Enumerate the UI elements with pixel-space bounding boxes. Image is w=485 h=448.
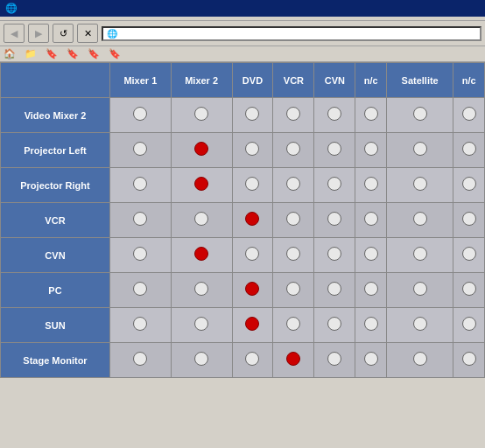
radio-3-0[interactable] (133, 212, 147, 226)
cell-3-4[interactable] (314, 203, 355, 238)
radio-3-6[interactable] (413, 212, 427, 226)
radio-6-0[interactable] (133, 317, 147, 331)
radio-6-2[interactable] (245, 317, 259, 331)
cell-1-2[interactable] (232, 133, 273, 168)
reload-button[interactable]: ↺ (53, 24, 74, 43)
stop-button[interactable]: ✕ (77, 24, 98, 43)
cell-3-7[interactable] (453, 203, 485, 238)
cell-2-0[interactable] (109, 168, 171, 203)
radio-2-6[interactable] (413, 177, 427, 191)
cell-2-6[interactable] (386, 168, 453, 203)
radio-5-1[interactable] (194, 282, 208, 296)
radio-0-6[interactable] (413, 107, 427, 121)
radio-6-1[interactable] (194, 317, 208, 331)
cell-7-1[interactable] (171, 343, 232, 378)
radio-5-0[interactable] (133, 282, 147, 296)
radio-2-2[interactable] (245, 177, 259, 191)
radio-5-6[interactable] (413, 282, 427, 296)
radio-4-2[interactable] (245, 247, 259, 261)
cell-1-1[interactable] (171, 133, 232, 168)
radio-2-5[interactable] (364, 177, 378, 191)
radio-6-6[interactable] (413, 317, 427, 331)
cell-0-2[interactable] (232, 98, 273, 133)
cell-1-5[interactable] (355, 133, 387, 168)
radio-2-7[interactable] (462, 177, 476, 191)
radio-0-5[interactable] (364, 107, 378, 121)
radio-1-3[interactable] (286, 142, 300, 156)
cell-2-3[interactable] (273, 168, 314, 203)
cell-2-1[interactable] (171, 168, 232, 203)
radio-2-3[interactable] (286, 177, 300, 191)
radio-1-0[interactable] (133, 142, 147, 156)
radio-6-7[interactable] (462, 317, 476, 331)
cell-5-2[interactable] (232, 273, 273, 308)
cell-2-5[interactable] (355, 168, 387, 203)
cell-0-4[interactable] (314, 98, 355, 133)
cell-7-2[interactable] (232, 343, 273, 378)
cell-5-6[interactable] (386, 273, 453, 308)
radio-7-3[interactable] (286, 352, 300, 366)
radio-0-3[interactable] (286, 107, 300, 121)
radio-1-1[interactable] (194, 142, 208, 156)
cell-4-0[interactable] (109, 238, 171, 273)
cell-3-6[interactable] (386, 203, 453, 238)
cell-3-0[interactable] (109, 203, 171, 238)
radio-7-6[interactable] (413, 352, 427, 366)
radio-7-1[interactable] (194, 352, 208, 366)
radio-7-5[interactable] (364, 352, 378, 366)
radio-4-6[interactable] (413, 247, 427, 261)
radio-1-5[interactable] (364, 142, 378, 156)
radio-0-1[interactable] (194, 107, 208, 121)
cell-5-1[interactable] (171, 273, 232, 308)
forward-button[interactable]: ▶ (28, 24, 49, 43)
cell-2-7[interactable] (453, 168, 485, 203)
radio-7-7[interactable] (462, 352, 476, 366)
radio-4-5[interactable] (364, 247, 378, 261)
radio-2-1[interactable] (194, 177, 208, 191)
bookmark-bookmarks2[interactable]: 🔖 (46, 48, 60, 60)
radio-0-7[interactable] (462, 107, 476, 121)
cell-5-5[interactable] (355, 273, 387, 308)
radio-5-4[interactable] (327, 282, 341, 296)
cell-6-1[interactable] (171, 308, 232, 343)
cell-7-0[interactable] (109, 343, 171, 378)
cell-0-6[interactable] (386, 98, 453, 133)
bookmark-bookmarks1[interactable]: 📁 (25, 48, 39, 60)
cell-5-3[interactable] (273, 273, 314, 308)
cell-6-2[interactable] (232, 308, 273, 343)
bookmark-plt[interactable]: 🔖 (88, 48, 102, 60)
radio-4-4[interactable] (327, 247, 341, 261)
cell-4-3[interactable] (273, 238, 314, 273)
cell-1-7[interactable] (453, 133, 485, 168)
radio-3-5[interactable] (364, 212, 378, 226)
radio-6-3[interactable] (286, 317, 300, 331)
cell-1-3[interactable] (273, 133, 314, 168)
radio-6-4[interactable] (327, 317, 341, 331)
radio-0-2[interactable] (245, 107, 259, 121)
cell-0-1[interactable] (171, 98, 232, 133)
bookmark-antlr[interactable]: 🔖 (109, 48, 123, 60)
radio-5-7[interactable] (462, 282, 476, 296)
cell-2-4[interactable] (314, 168, 355, 203)
radio-3-4[interactable] (327, 212, 341, 226)
radio-4-7[interactable] (462, 247, 476, 261)
radio-6-5[interactable] (364, 317, 378, 331)
cell-6-0[interactable] (109, 308, 171, 343)
radio-0-4[interactable] (327, 107, 341, 121)
cell-3-2[interactable] (232, 203, 273, 238)
radio-1-7[interactable] (462, 142, 476, 156)
cell-0-0[interactable] (109, 98, 171, 133)
cell-6-6[interactable] (386, 308, 453, 343)
radio-3-3[interactable] (286, 212, 300, 226)
cell-2-2[interactable] (232, 168, 273, 203)
cell-4-2[interactable] (232, 238, 273, 273)
cell-6-5[interactable] (355, 308, 387, 343)
cell-6-7[interactable] (453, 308, 485, 343)
cell-1-6[interactable] (386, 133, 453, 168)
cell-5-4[interactable] (314, 273, 355, 308)
cell-0-3[interactable] (273, 98, 314, 133)
radio-2-0[interactable] (133, 177, 147, 191)
radio-5-2[interactable] (245, 282, 259, 296)
radio-3-7[interactable] (462, 212, 476, 226)
cell-0-5[interactable] (355, 98, 387, 133)
